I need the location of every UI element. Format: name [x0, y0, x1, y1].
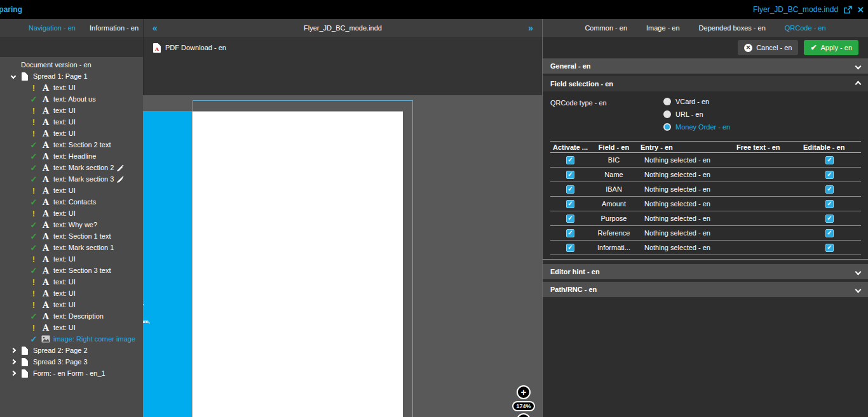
- tree-item[interactable]: !Atext: UI: [0, 116, 143, 128]
- chevron-right-icon[interactable]: [11, 371, 16, 376]
- table-row[interactable]: NameNothing selected - en: [550, 168, 861, 182]
- table-row[interactable]: IBANNothing selected - en: [550, 182, 861, 197]
- check-icon: ✓: [29, 140, 38, 150]
- tree-item[interactable]: ✓Atext: Section 1 text: [0, 230, 143, 242]
- tab-depended-boxes[interactable]: Depended boxes - en: [699, 24, 766, 32]
- status-title: Preparing: [0, 0, 9, 19]
- document-canvas[interactable]: ' am, + 174% −: [143, 95, 542, 417]
- table-row[interactable]: ReferenceNothing selected - en: [550, 226, 861, 241]
- tree-item[interactable]: ✓Atext: Section 3 text: [0, 265, 143, 276]
- table-row[interactable]: AmountNothing selected - en: [550, 197, 861, 211]
- chevron-right-icon[interactable]: [11, 348, 16, 353]
- tree-item[interactable]: ✓Atext: Mark section 1: [0, 242, 143, 253]
- section-path-rnc-label: Path/RNC - en: [550, 286, 597, 293]
- table-row[interactable]: BICNothing selected - en: [550, 153, 861, 168]
- entry-dropdown[interactable]: Nothing selected - en: [633, 156, 731, 164]
- radio-option[interactable]: URL - en: [663, 110, 730, 118]
- tab-common[interactable]: Common - en: [585, 24, 627, 32]
- tree-node-spread[interactable]: Spread 3: Page 3: [0, 356, 143, 367]
- entry-dropdown[interactable]: Nothing selected - en: [633, 229, 731, 237]
- tree-item[interactable]: !Atext: UI: [0, 299, 143, 310]
- tab-navigation[interactable]: Navigation - en: [29, 24, 76, 32]
- field-name: Amount: [590, 200, 633, 208]
- tree-item[interactable]: !Atext: UI: [0, 185, 143, 196]
- tree-node-form[interactable]: Form: - en Form - en_1: [0, 367, 143, 379]
- table-row[interactable]: PurposeNothing selected - en: [550, 211, 861, 226]
- activate-checkbox[interactable]: [566, 171, 574, 179]
- top-bar: Preparing Flyer_JD_BC_mode.indd ✕: [0, 0, 868, 19]
- tree-item[interactable]: ✓Atext: Why we?: [0, 219, 143, 230]
- radio-icon[interactable]: [663, 110, 671, 118]
- tree-item[interactable]: !Atext: UI: [0, 276, 143, 288]
- share-icon[interactable]: [843, 6, 852, 14]
- activate-checkbox[interactable]: [566, 200, 574, 208]
- tree-item[interactable]: !Atext: UI: [0, 288, 143, 299]
- tree-item[interactable]: ✓Atext: Description: [0, 310, 143, 322]
- radio-icon[interactable]: [663, 98, 671, 105]
- activate-checkbox[interactable]: [566, 215, 574, 223]
- tree-item[interactable]: ✓image: Right corner image: [0, 333, 143, 345]
- entry-dropdown[interactable]: Nothing selected - en: [633, 185, 731, 193]
- tree-node-spread[interactable]: Spread 1: Page 1: [0, 70, 143, 82]
- tree-item[interactable]: ✓Atext: Mark section 2: [0, 162, 143, 173]
- activate-checkbox[interactable]: [566, 244, 574, 252]
- entry-dropdown[interactable]: Nothing selected - en: [633, 200, 731, 208]
- tree-item[interactable]: !Atext: UI: [0, 322, 143, 333]
- tree-item[interactable]: ✓Atext: About us: [0, 93, 143, 105]
- section-path-rnc[interactable]: Path/RNC - en: [543, 282, 868, 297]
- cancel-button[interactable]: ✕ Cancel - en: [738, 40, 798, 55]
- section-general[interactable]: General - en: [543, 58, 868, 74]
- activate-checkbox[interactable]: [566, 156, 574, 164]
- tree-item[interactable]: !Atext: UI: [0, 128, 143, 139]
- apply-button[interactable]: ✔ Apply - en: [804, 40, 858, 55]
- radio-icon[interactable]: [663, 123, 671, 131]
- tree-item[interactable]: ✓Atext: Contacts: [0, 196, 143, 208]
- section-field-selection[interactable]: Field selection - en: [543, 76, 868, 91]
- selected-image-frame[interactable]: [193, 100, 413, 417]
- image-icon: [41, 335, 50, 343]
- text-frame-icon: A: [41, 129, 50, 138]
- pdf-download-button[interactable]: PDF Download - en: [153, 42, 226, 53]
- tree-item-label: text: Why we?: [53, 221, 97, 228]
- editable-checkbox[interactable]: [825, 185, 834, 194]
- editable-checkbox[interactable]: [825, 171, 834, 179]
- editable-checkbox[interactable]: [825, 244, 834, 252]
- editable-checkbox[interactable]: [825, 156, 834, 164]
- activate-checkbox[interactable]: [566, 185, 574, 194]
- text-frame-icon: A: [41, 95, 50, 103]
- entry-dropdown[interactable]: Nothing selected - en: [633, 215, 731, 222]
- chevron-right-icon[interactable]: [11, 359, 16, 364]
- tree-item[interactable]: ✓Atext: Headline: [0, 150, 143, 162]
- close-icon[interactable]: ✕: [857, 6, 864, 14]
- warning-icon: !: [29, 209, 38, 218]
- section-editor-hint[interactable]: Editor hint - en: [543, 264, 868, 279]
- tab-qrcode[interactable]: QRCode - en: [785, 24, 826, 32]
- tree-item[interactable]: ✓Atext: Mark section 3: [0, 173, 143, 185]
- chevron-down-icon[interactable]: [11, 74, 16, 79]
- table-row[interactable]: Informati...Nothing selected - en: [550, 241, 861, 255]
- tree-item[interactable]: ✓Atext: Section 2 text: [0, 139, 143, 150]
- tree-node-label: Spread 1: Page 1: [33, 72, 88, 80]
- entry-dropdown[interactable]: Nothing selected - en: [633, 244, 731, 251]
- tree-item[interactable]: !Atext: UI: [0, 105, 143, 116]
- entry-dropdown[interactable]: Nothing selected - en: [633, 171, 731, 178]
- zoom-out-button[interactable]: −: [517, 413, 531, 417]
- zoom-in-button[interactable]: +: [517, 385, 531, 399]
- warning-icon: !: [29, 106, 38, 116]
- radio-option[interactable]: VCard - en: [663, 98, 730, 105]
- radio-option[interactable]: Money Order - en: [663, 123, 730, 131]
- tree-item[interactable]: !Atext: UI: [0, 208, 143, 219]
- tree-item[interactable]: !Atext: UI: [0, 82, 143, 93]
- editable-checkbox[interactable]: [825, 229, 834, 237]
- tab-information[interactable]: Information - en: [90, 24, 139, 32]
- tree-node-spread[interactable]: Spread 2: Page 2: [0, 345, 143, 356]
- field-name: IBAN: [590, 185, 633, 193]
- text-frame-icon: A: [41, 198, 50, 206]
- activate-checkbox[interactable]: [566, 229, 574, 237]
- collapse-right-icon[interactable]: »: [528, 19, 533, 37]
- editable-checkbox[interactable]: [825, 200, 834, 208]
- editable-checkbox[interactable]: [825, 215, 834, 223]
- tab-image[interactable]: Image - en: [646, 24, 680, 32]
- tree-item[interactable]: !Atext: UI: [0, 253, 143, 265]
- text-frame-icon: A: [41, 107, 50, 115]
